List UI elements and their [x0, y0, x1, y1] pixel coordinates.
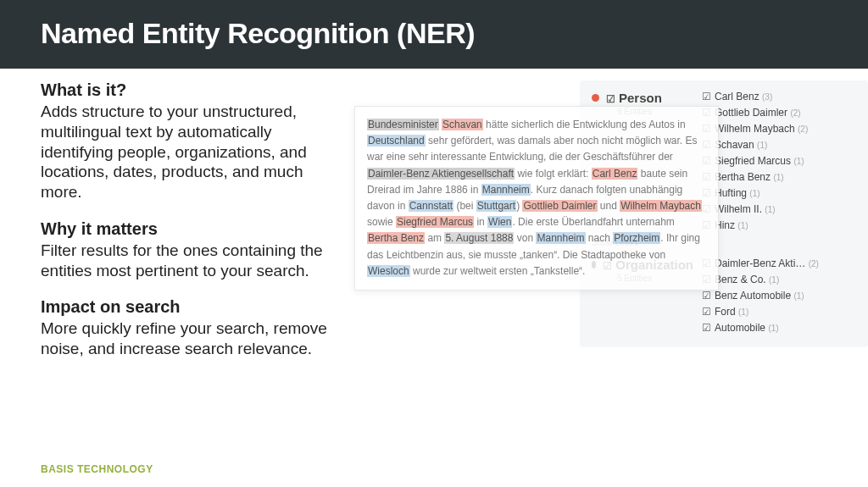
entity-name: Gottlieb Daimler — [715, 107, 790, 119]
highlighted-entity: Bertha Benz — [367, 232, 425, 244]
entity-name: Daimler-Benz Akti… — [715, 257, 809, 269]
entity-checkbox[interactable]: Automobile (1) — [702, 322, 856, 334]
section-body: More quickly refine your search, remove … — [41, 318, 346, 359]
entity-checkbox[interactable]: Hinz (1) — [702, 219, 856, 231]
section-body: Filter results for the ones containing t… — [41, 241, 346, 281]
highlighted-entity: Mannheim — [481, 184, 531, 196]
entity-checkbox[interactable]: Daimler-Benz Akti… (2) — [702, 257, 856, 269]
highlighted-entity: Schavan — [442, 119, 483, 130]
entity-name: Benz & Co. — [715, 274, 769, 285]
entity-checkbox[interactable]: Schavan (1) — [702, 139, 856, 151]
highlighted-entity: Carl Benz — [592, 168, 638, 180]
entity-list: Carl Benz (3)Gottlieb Daimler (2)Wilhelm… — [702, 91, 856, 231]
footer-brand: BASIS TECHNOLOGY — [41, 463, 153, 475]
entity-count: (1) — [737, 221, 748, 230]
entity-count: (1) — [757, 141, 767, 150]
entity-count: (1) — [793, 291, 804, 301]
entity-name: Siegfried Marcus — [715, 155, 793, 167]
entity-checkbox[interactable]: Benz & Co. (1) — [702, 274, 856, 285]
right-column: Person9 EntitiesCarl Benz (3)Gottlieb Da… — [354, 80, 868, 454]
highlighted-entity: Wilhelm Maybach — [620, 200, 702, 212]
text-overlay: Bundesminister Schavan hätte sicherlich … — [354, 106, 719, 291]
entity-name: Ford — [715, 306, 738, 318]
highlighted-entity: Gottlieb Daimler — [522, 200, 597, 212]
highlighted-entity: Wien — [487, 216, 512, 228]
highlighted-entity: Siegfried Marcus — [396, 216, 474, 228]
entity-checkbox[interactable]: Siegfried Marcus (1) — [702, 155, 856, 167]
category-dot-icon — [592, 94, 599, 102]
entity-checkbox[interactable]: Wilhelm Maybach (2) — [702, 123, 856, 135]
entity-name: Automobile — [715, 322, 768, 334]
entity-name: Wilhelm Maybach — [715, 123, 798, 135]
entity-count: (1) — [773, 173, 783, 182]
category-checkbox[interactable]: Person — [606, 91, 662, 105]
entity-name: Wilhelm II. — [715, 203, 765, 215]
entity-count: (1) — [793, 157, 804, 166]
entity-checkbox[interactable]: Wilhelm II. (1) — [702, 203, 856, 215]
entity-name: Bertha Benz — [715, 171, 773, 183]
slide-header: Named Entity Recognition (NER) — [0, 0, 868, 69]
entity-count: (1) — [769, 275, 779, 285]
slide-title: Named Entity Recognition (NER) — [41, 17, 827, 50]
section-heading: Impact on search — [41, 297, 346, 317]
highlighted-entity: Daimler-Benz Aktiengesellschaft — [367, 168, 515, 180]
entity-checkbox[interactable]: Carl Benz (3) — [702, 91, 856, 102]
highlighted-entity: Mannheim — [536, 232, 585, 244]
entity-list: Daimler-Benz Akti… (2)Benz & Co. (1)Benz… — [702, 257, 856, 334]
entity-count: (1) — [749, 189, 760, 198]
entity-count: (1) — [765, 205, 775, 214]
entity-checkbox[interactable]: Ford (1) — [702, 306, 856, 318]
highlighted-entity: Bundesminister — [367, 119, 439, 130]
entity-checkbox[interactable]: Bertha Benz (1) — [702, 171, 856, 183]
entity-checkbox[interactable]: Hufting (1) — [702, 187, 856, 199]
entity-count: (3) — [762, 92, 772, 102]
section-body: Adds structure to your unstructured, mul… — [41, 102, 346, 202]
entity-count: (2) — [790, 108, 800, 118]
section-heading: Why it matters — [41, 219, 346, 239]
left-column: What is it? Adds structure to your unstr… — [41, 80, 346, 454]
entity-name: Hufting — [715, 187, 749, 199]
entity-name: Schavan — [715, 139, 757, 151]
entity-checkbox[interactable]: Gottlieb Daimler (2) — [702, 107, 856, 119]
section-heading: What is it? — [41, 80, 346, 100]
highlighted-entity: Wiesloch — [367, 265, 410, 277]
entity-count: (1) — [768, 324, 778, 333]
slide-body: What is it? Adds structure to your unstr… — [0, 69, 868, 454]
entity-count: (2) — [809, 259, 819, 268]
entity-checkbox[interactable]: Benz Automobile (1) — [702, 290, 856, 302]
entity-name: Benz Automobile — [715, 290, 793, 302]
highlighted-entity: 5. August 1888 — [444, 232, 514, 244]
entity-count: (2) — [798, 125, 808, 134]
highlighted-entity: Stuttgart — [476, 200, 516, 212]
entity-name: Carl Benz — [715, 91, 762, 102]
highlighted-entity: Cannstatt — [409, 200, 453, 212]
highlighted-entity: Pforzheim — [613, 232, 660, 244]
highlighted-entity: Deutschland — [367, 135, 426, 147]
entity-count: (1) — [738, 307, 748, 317]
